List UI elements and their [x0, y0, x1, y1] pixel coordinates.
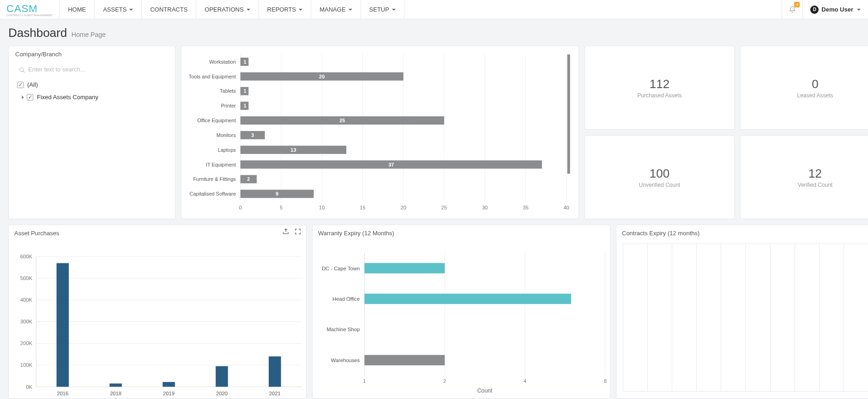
- svg-text:25: 25: [441, 205, 447, 210]
- nav-operations[interactable]: OPERATIONS: [196, 0, 259, 19]
- chevron-down-icon: [247, 9, 250, 11]
- card-tools: [282, 228, 301, 237]
- svg-text:3: 3: [251, 132, 254, 138]
- svg-text:13: 13: [290, 147, 296, 153]
- nav-setup[interactable]: SETUP: [361, 0, 404, 19]
- svg-rect-75: [269, 357, 281, 387]
- checkbox[interactable]: ✓: [27, 94, 33, 101]
- svg-text:Monitors: Monitors: [217, 132, 236, 138]
- svg-text:4: 4: [524, 378, 526, 384]
- svg-text:Laptops: Laptops: [218, 147, 236, 153]
- chevron-down-icon: [129, 9, 133, 11]
- svg-text:2016: 2016: [57, 391, 68, 396]
- stat-value: 12: [808, 167, 822, 181]
- warranty-expiry-card: Warranty Expiry (12 Months) 1248CountDC …: [312, 225, 610, 399]
- stat-card: 112Purchased Assets: [585, 46, 735, 130]
- svg-rect-93: [364, 355, 445, 365]
- logo[interactable]: CASM CONTRACT + ASSET MANAGEMENT: [0, 0, 60, 19]
- svg-text:300K: 300K: [20, 319, 33, 324]
- svg-text:Furniture & Fittings: Furniture & Fittings: [193, 176, 236, 182]
- stat-label: Unverified Count: [639, 182, 680, 188]
- svg-text:Warehouses: Warehouses: [331, 357, 360, 363]
- page-title: Dashboard: [8, 26, 67, 40]
- svg-text:Capitalised Software: Capitalised Software: [190, 191, 236, 197]
- logo-tagline: CONTRACT + ASSET MANAGEMENT: [6, 14, 53, 17]
- assets-by-category-chart: 0510152025303540Workstation1Tools and Eq…: [181, 46, 579, 219]
- avatar: D: [810, 6, 819, 14]
- svg-text:100K: 100K: [20, 363, 33, 368]
- topbar: CASM CONTRACT + ASSET MANAGEMENT HOMEASS…: [0, 0, 868, 19]
- fullscreen-icon[interactable]: [294, 228, 301, 237]
- stat-label: Purchased Assets: [637, 92, 681, 99]
- topbar-right: 4 D Demo User: [782, 0, 868, 19]
- nav-home[interactable]: HOME: [60, 0, 95, 19]
- svg-text:0: 0: [239, 205, 242, 210]
- asset-purchases-svg: 0K100K200K300K400K500K600K20162018201920…: [9, 241, 306, 399]
- tree-node[interactable]: ✓(All): [9, 78, 175, 91]
- svg-text:1: 1: [244, 88, 247, 94]
- svg-rect-90: [364, 294, 571, 304]
- nav-reports[interactable]: REPORTS: [259, 0, 312, 19]
- svg-rect-88: [364, 263, 445, 273]
- svg-text:600K: 600K: [20, 254, 33, 259]
- svg-text:Count: Count: [477, 387, 493, 394]
- export-icon[interactable]: [282, 228, 289, 237]
- svg-text:400K: 400K: [20, 297, 33, 303]
- nav-contracts[interactable]: CONTRACTS: [142, 0, 196, 19]
- svg-text:1: 1: [363, 378, 366, 384]
- nav-label: CONTRACTS: [150, 6, 187, 13]
- svg-rect-67: [56, 263, 69, 387]
- stat-label: Leased Assets: [797, 92, 833, 99]
- logo-text: CASM: [6, 3, 53, 15]
- notifications-count: 4: [794, 2, 800, 7]
- tree-node[interactable]: ✓Fixed Assets Company: [9, 91, 175, 103]
- stat-card: 12Verified Count: [740, 135, 868, 219]
- checkbox[interactable]: ✓: [17, 82, 24, 88]
- user-menu[interactable]: D Demo User: [802, 0, 868, 19]
- svg-text:500K: 500K: [20, 275, 33, 281]
- nav-label: MANAGE: [319, 6, 345, 13]
- card-title: Warranty Expiry (12 Months): [313, 225, 610, 239]
- tree-search-input[interactable]: [15, 64, 169, 75]
- svg-rect-73: [216, 366, 228, 387]
- svg-text:200K: 200K: [20, 340, 33, 346]
- svg-text:15: 15: [360, 205, 365, 210]
- search-icon: [19, 67, 25, 73]
- card-title: Contracts Expiry (12 months): [616, 225, 868, 239]
- nav-manage[interactable]: MANAGE: [311, 0, 361, 19]
- nav-label: HOME: [68, 6, 86, 13]
- contracts-empty-grid: [623, 244, 868, 392]
- svg-text:2: 2: [443, 378, 446, 384]
- svg-text:8: 8: [604, 378, 607, 384]
- nav-assets[interactable]: ASSETS: [95, 0, 142, 19]
- tree-node-label: (All): [27, 81, 38, 88]
- chevron-down-icon: [299, 9, 302, 11]
- svg-text:37: 37: [388, 162, 394, 167]
- expand-icon[interactable]: [22, 95, 24, 99]
- svg-rect-50: [567, 54, 570, 174]
- svg-rect-71: [163, 382, 175, 387]
- svg-text:2020: 2020: [216, 391, 228, 396]
- notifications-button[interactable]: 4: [782, 0, 802, 19]
- svg-text:30: 30: [482, 205, 488, 210]
- card-title: Asset Purchases: [9, 225, 306, 239]
- svg-text:Workstation: Workstation: [209, 59, 235, 65]
- stat-value: 112: [650, 77, 669, 91]
- nav-label: REPORTS: [267, 6, 296, 13]
- company-branch-panel: Company/Branch ✓(All)✓Fixed Assets Compa…: [8, 46, 175, 219]
- dashboard-grid: Company/Branch ✓(All)✓Fixed Assets Compa…: [0, 46, 868, 399]
- svg-text:20: 20: [319, 74, 325, 79]
- svg-text:Tablets: Tablets: [220, 88, 236, 94]
- nav-label: ASSETS: [103, 6, 127, 13]
- svg-text:10: 10: [319, 205, 325, 210]
- tree-search: [9, 60, 175, 78]
- svg-text:40: 40: [564, 205, 569, 210]
- svg-text:IT Equipment: IT Equipment: [206, 162, 236, 167]
- svg-text:Office Equipment: Office Equipment: [197, 118, 236, 123]
- warranty-expiry-svg: 1248CountDC - Cape TownHead OfficeMachin…: [313, 239, 610, 399]
- svg-text:5: 5: [280, 205, 283, 210]
- svg-text:9: 9: [276, 191, 278, 197]
- svg-text:2: 2: [247, 176, 250, 182]
- user-name: Demo User: [821, 6, 853, 13]
- stats-grid: 112Purchased Assets0Leased Assets100Unve…: [585, 46, 868, 219]
